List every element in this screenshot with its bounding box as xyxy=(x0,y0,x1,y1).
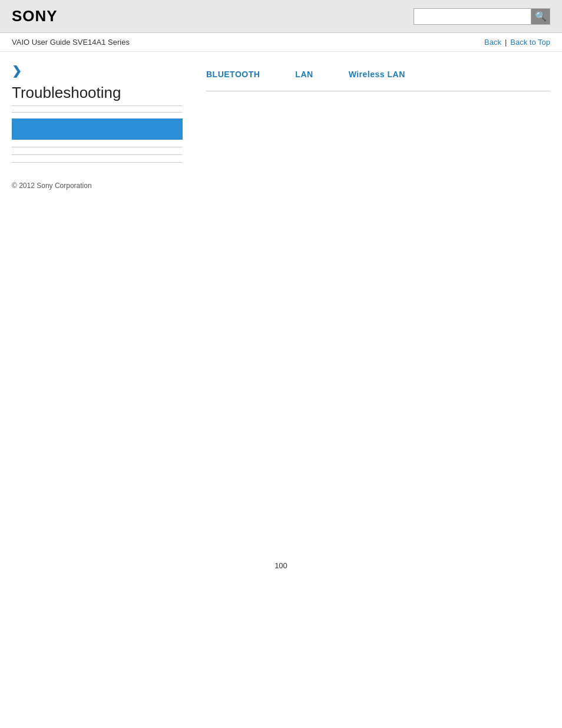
breadcrumb-separator: | xyxy=(505,38,507,47)
bluetooth-link[interactable]: BLUETOOTH xyxy=(206,70,260,79)
header: SONY 🔍 xyxy=(0,0,562,33)
breadcrumb-nav: Back | Back to Top xyxy=(484,38,550,47)
search-area: 🔍 xyxy=(414,8,550,25)
lan-link[interactable]: LAN xyxy=(295,70,313,79)
back-to-top-link[interactable]: Back to Top xyxy=(510,38,550,47)
sidebar-active-item[interactable] xyxy=(12,118,183,140)
wireless-lan-link[interactable]: Wireless LAN xyxy=(349,70,405,79)
content-area: BLUETOOTH LAN Wireless LAN xyxy=(194,64,550,170)
main-content: ❯ Troubleshooting BLUETOOTH LAN Wireless… xyxy=(0,52,562,170)
footer: © 2012 Sony Corporation xyxy=(0,170,562,196)
breadcrumb-bar: VAIO User Guide SVE14A1 Series Back | Ba… xyxy=(0,33,562,52)
sidebar-line-2 xyxy=(12,154,183,155)
sidebar-title: Troubleshooting xyxy=(12,84,183,106)
page-number: 100 xyxy=(0,549,562,582)
back-link[interactable]: Back xyxy=(484,38,501,47)
sidebar: ❯ Troubleshooting xyxy=(12,64,194,170)
search-icon: 🔍 xyxy=(535,11,547,22)
sidebar-line-3 xyxy=(12,162,183,163)
sidebar-line-1 xyxy=(12,147,183,147)
sony-logo: SONY xyxy=(12,7,58,25)
guide-title: VAIO User Guide SVE14A1 Series xyxy=(12,38,130,47)
sidebar-divider-1 xyxy=(12,112,183,113)
content-links: BLUETOOTH LAN Wireless LAN xyxy=(206,70,550,91)
search-input[interactable] xyxy=(414,8,531,25)
search-button[interactable]: 🔍 xyxy=(531,8,550,25)
copyright: © 2012 Sony Corporation xyxy=(12,182,92,190)
expand-icon[interactable]: ❯ xyxy=(12,64,22,78)
